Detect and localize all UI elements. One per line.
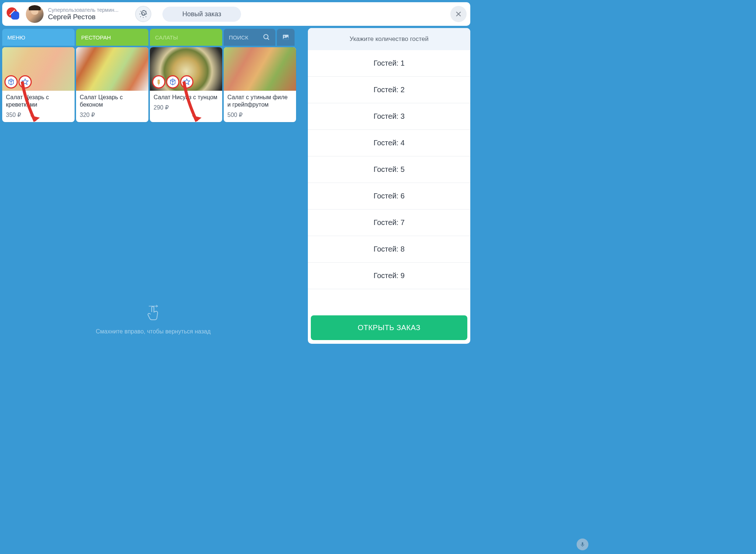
guest-option[interactable]: Гостей: 3 [308,103,470,130]
menu-item-price: 350 ₽ [6,111,71,118]
guest-option[interactable]: Гостей: 7 [308,210,470,236]
menu-item-title: Салат Нисуаз с тунцом [154,94,219,101]
cube-icon [166,75,179,89]
guests-header: Укажите количество гостей [308,28,470,50]
menu-item-card[interactable]: Салат Цезарь с креветками 350 ₽ [2,47,75,122]
guest-option[interactable]: Гостей: 6 [308,183,470,210]
guest-option[interactable]: Гостей: 4 [308,130,470,156]
guest-option[interactable]: Гостей: 2 [308,77,470,103]
close-button[interactable] [450,6,467,22]
menu-item-card[interactable]: Салат Нисуаз с тунцом 290 ₽ [150,47,222,122]
user-info: Суперпользователь термин... Сергей Ресто… [48,7,129,21]
image-icon [282,33,289,41]
guest-option[interactable]: Гостей: 1 [308,50,470,77]
user-role: Суперпользователь термин... [48,7,129,13]
new-order-button[interactable]: Новый заказ [162,7,241,22]
avatar[interactable] [26,5,44,23]
menu-item-card[interactable]: Салат Цезарь с беконом 320 ₽ [76,47,148,122]
cube-icon [4,75,18,89]
menu-item-image [76,47,148,91]
tab-salads[interactable]: САЛАТЫ [150,29,222,46]
menu-item-title: Салат с утиным филе и грейпфрутом [227,94,292,108]
guest-option[interactable]: Гостей: 5 [308,156,470,183]
settings-button[interactable] [135,6,151,22]
search-label: ПОИСК [229,34,248,41]
guest-option[interactable]: Гостей: 8 [308,236,470,263]
menu-item-title: Салат Цезарь с креветками [6,94,71,108]
swipe-hint-text: Смахните вправо, чтобы вернуться назад [96,328,210,335]
svg-point-9 [284,36,285,37]
guests-panel: Укажите количество гостей Гостей: 1 Гост… [308,28,470,344]
search-tab[interactable]: ПОИСК [224,29,275,46]
menu-item-image [150,47,222,91]
guest-option[interactable]: Гостей: 9 [308,263,470,289]
menu-panel: МЕНЮ РЕСТОРАН САЛАТЫ ПОИСК [0,28,306,346]
search-icon [263,34,270,41]
guest-list: Гостей: 1 Гостей: 2 Гостей: 3 Гостей: 4 … [308,50,470,312]
app-header: Суперпользователь термин... Сергей Ресто… [2,2,470,26]
tab-restaurant[interactable]: РЕСТОРАН [76,29,148,46]
wheat-icon [152,75,165,89]
open-order-button[interactable]: ОТКРЫТЬ ЗАКАЗ [311,315,467,340]
breadcrumb-tabs: МЕНЮ РЕСТОРАН САЛАТЫ ПОИСК [2,29,305,46]
menu-item-price: 290 ₽ [154,104,219,111]
menu-item-title: Салат Цезарь с беконом [80,94,145,108]
svg-point-6 [264,35,268,39]
image-toggle-button[interactable] [277,29,295,46]
menu-item-card[interactable]: Салат с утиным филе и грейпфрутом 500 ₽ [224,47,296,122]
menu-item-price: 320 ₽ [80,111,145,118]
user-name: Сергей Рестов [48,13,129,21]
app-logo [6,6,21,22]
star-icon [18,75,32,89]
tab-menu[interactable]: МЕНЮ [2,29,75,46]
swipe-hint: Смахните вправо, чтобы вернуться назад [1,305,305,346]
menu-item-image [2,47,75,91]
swipe-icon [147,305,160,321]
star-icon [180,75,193,89]
svg-line-7 [268,38,269,40]
menu-item-image [224,47,296,91]
menu-item-price: 500 ₽ [227,111,292,118]
